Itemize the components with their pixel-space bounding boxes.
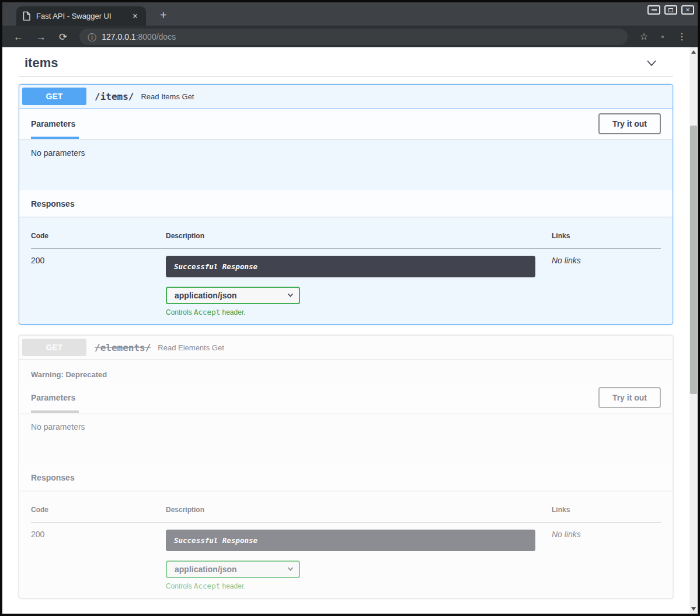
close-button[interactable]: ✕: [681, 5, 694, 15]
responses-header: Responses: [19, 464, 673, 490]
response-description: Successful Response: [166, 530, 535, 551]
response-row: 200 Successful Response application/json: [31, 249, 661, 317]
address-bar[interactable]: ⓘ 127.0.0.1:8000/docs: [79, 29, 627, 45]
method-badge: GET: [22, 339, 86, 356]
scroll-up-icon[interactable]: [691, 50, 696, 54]
url-path: :8000/docs: [136, 32, 176, 41]
browser-window: Fast API - Swagger UI × + ✕ ← → ⟳ ⓘ 127.…: [0, 0, 700, 616]
response-row: 200 Successful Response application/json: [31, 523, 661, 591]
browser-toolbar: ← → ⟳ ⓘ 127.0.0.1:8000/docs ☆ ⋮: [2, 26, 698, 47]
response-code: 200: [31, 523, 166, 591]
opblock-get-items: GET /items/ Read Items Get Parameters Tr…: [19, 84, 673, 325]
forward-icon[interactable]: →: [31, 30, 51, 44]
responses-header: Responses: [19, 190, 673, 217]
chevron-down-icon[interactable]: [645, 57, 658, 69]
back-icon[interactable]: ←: [8, 30, 29, 44]
tab-parameters[interactable]: Parameters: [31, 393, 75, 402]
url-text[interactable]: 127.0.0.1:8000/docs: [102, 32, 176, 41]
response-code: 200: [31, 249, 166, 317]
media-type-select[interactable]: application/json: [166, 287, 300, 304]
tag-section-header[interactable]: items: [19, 53, 673, 77]
tab-title: Fast API - Swagger UI: [36, 12, 125, 20]
tab-parameters[interactable]: Parameters: [31, 119, 75, 128]
site-info-icon[interactable]: ⓘ: [88, 33, 96, 41]
responses-table: Code Description Links 200: [31, 225, 661, 316]
active-tab-underline: [31, 137, 79, 139]
page-icon: [22, 11, 31, 21]
active-tab-underline: [31, 410, 79, 413]
tab-strip: Fast API - Swagger UI × + ✕: [2, 2, 698, 26]
minimize-icon: [652, 9, 657, 11]
reload-icon[interactable]: ⟳: [54, 30, 72, 44]
responses-table-wrap: Code Description Links 200: [19, 217, 673, 324]
new-tab-button[interactable]: +: [155, 8, 172, 22]
maximize-button[interactable]: [664, 5, 677, 15]
operation-path: /items/: [95, 91, 134, 102]
col-header-links: Links: [552, 225, 661, 249]
accept-header-note: Controls Accept header.: [166, 308, 552, 316]
col-header-links: Links: [552, 499, 661, 523]
method-badge: GET: [22, 88, 86, 105]
try-it-out-button[interactable]: Try it out: [598, 387, 661, 408]
opblock-get-elements-deprecated: GET /elements/ Read Elements Get Warning…: [19, 335, 673, 598]
scroll-down-icon[interactable]: [691, 607, 696, 611]
tag-section-title: items: [25, 55, 58, 71]
tab-close-icon[interactable]: ×: [130, 12, 140, 21]
operation-summary: Read Elements Get: [158, 343, 224, 352]
col-header-code: Code: [31, 225, 166, 249]
no-parameters-text: No parameters: [31, 148, 85, 158]
bookmark-star-icon[interactable]: ☆: [635, 30, 653, 43]
responses-table-wrap: Code Description Links 200: [19, 490, 673, 598]
deprecated-warning: Warning: Deprecated: [19, 360, 673, 382]
incognito-icon: [656, 32, 670, 42]
parameters-body: No parameters: [19, 139, 673, 190]
response-description: Successful Response: [166, 256, 535, 277]
parameters-header: Parameters Try it out: [19, 382, 673, 413]
accept-code: Accept: [194, 582, 220, 590]
responses-table: Code Description Links 200: [31, 499, 661, 590]
col-header-description: Description: [166, 499, 552, 523]
try-it-out-button[interactable]: Try it out: [598, 113, 661, 134]
browser-tab[interactable]: Fast API - Swagger UI ×: [16, 6, 146, 26]
scrollbar-thumb[interactable]: [690, 126, 697, 394]
no-links-text: No links: [552, 256, 581, 265]
url-host: 127.0.0.1: [102, 32, 135, 41]
minimize-button[interactable]: [647, 5, 660, 15]
accept-code: Accept: [194, 308, 220, 316]
no-links-text: No links: [552, 530, 581, 539]
media-type-select[interactable]: application/json: [166, 561, 300, 578]
operation-summary: Read Items Get: [141, 92, 194, 101]
opblock-summary[interactable]: GET /items/ Read Items Get: [19, 85, 673, 109]
no-parameters-text: No parameters: [31, 422, 85, 431]
accept-header-note: Controls Accept header.: [166, 582, 552, 590]
col-header-description: Description: [166, 225, 552, 249]
maximize-icon: [668, 8, 673, 12]
col-header-code: Code: [31, 499, 166, 523]
responses-title: Responses: [31, 199, 75, 208]
responses-title: Responses: [31, 473, 75, 482]
page-scrollbar[interactable]: [689, 47, 698, 614]
parameters-header: Parameters Try it out: [19, 109, 673, 139]
operation-path: /elements/: [95, 342, 151, 353]
opblock-summary[interactable]: GET /elements/ Read Elements Get: [19, 336, 673, 360]
browser-menu-icon[interactable]: ⋮: [672, 30, 692, 43]
swagger-content: items GET /items/ Read Items Get: [2, 47, 689, 614]
parameters-body: No parameters: [19, 413, 673, 464]
